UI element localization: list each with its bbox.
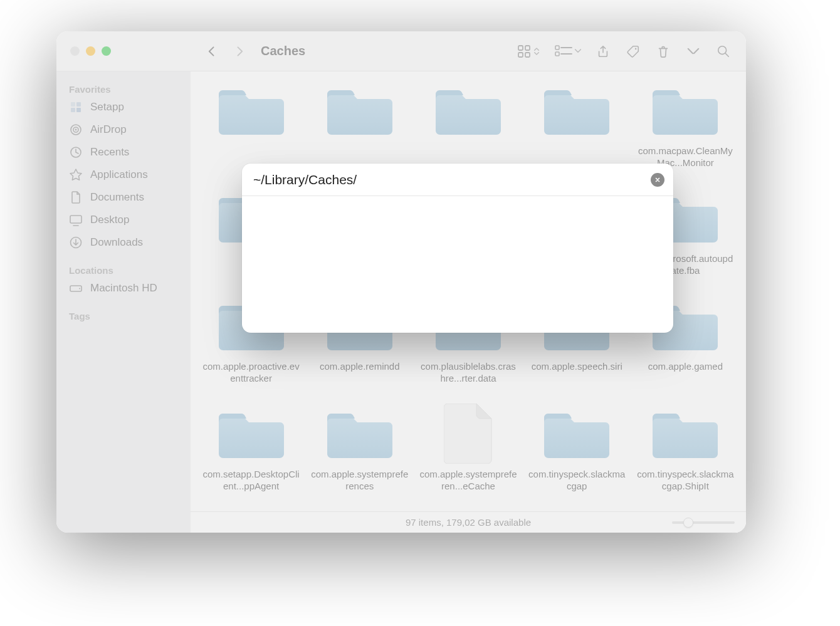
- file-icon: [431, 402, 506, 465]
- sidebar-item-applications[interactable]: Applications: [56, 164, 191, 186]
- zoom-thumb[interactable]: [683, 518, 693, 528]
- sidebar-item-label: Documents: [90, 191, 144, 204]
- sidebar-item-airdrop[interactable]: AirDrop: [56, 118, 191, 141]
- close-icon: [654, 177, 661, 183]
- grid-item-label: com.apple.proactive.eventtracker: [201, 361, 302, 385]
- clear-input-button[interactable]: [651, 173, 664, 187]
- trash-button[interactable]: [651, 40, 676, 63]
- harddrive-icon: [69, 281, 83, 295]
- sidebar-item-documents[interactable]: Documents: [56, 186, 191, 209]
- downloads-icon: [69, 236, 83, 249]
- sidebar-item-label: Macintosh HD: [90, 282, 157, 295]
- zoom-track: [672, 521, 735, 524]
- status-text: 97 items, 179,02 GB available: [406, 517, 531, 528]
- sidebar-item-macintosh-hd[interactable]: Macintosh HD: [56, 277, 191, 300]
- grid-item[interactable]: com.apple.systempreferen...eCache: [414, 402, 522, 508]
- sidebar-item-label: Downloads: [90, 236, 143, 249]
- airdrop-icon: [69, 123, 83, 137]
- sidebar: Favorites Setapp AirDrop Recents Applica…: [56, 71, 191, 533]
- folder-icon: [214, 79, 289, 142]
- view-mode-button[interactable]: [510, 40, 545, 63]
- grid-item-label: com.apple.systempreferences: [310, 469, 410, 493]
- sidebar-item-label: Recents: [90, 146, 129, 159]
- applications-icon: [69, 168, 83, 182]
- sidebar-item-setapp[interactable]: Setapp: [56, 96, 191, 118]
- finder-window: Caches Favorites: [56, 31, 746, 533]
- sidebar-section-tags: Tags: [56, 307, 191, 323]
- recents-icon: [69, 145, 83, 159]
- grid-item-label: com.apple.gamed: [635, 361, 735, 373]
- documents-icon: [69, 190, 83, 204]
- forward-button[interactable]: [228, 40, 251, 63]
- updown-icon: [533, 46, 540, 56]
- maximize-window-button[interactable]: [102, 46, 111, 56]
- share-button[interactable]: [591, 40, 616, 63]
- folder-icon: [648, 79, 723, 142]
- grid-item-label: com.tinyspeck.slackmacgap: [527, 469, 627, 493]
- close-window-button[interactable]: [70, 46, 80, 56]
- folder-icon: [539, 79, 614, 142]
- sidebar-item-label: Applications: [90, 169, 148, 181]
- grid-item-label: com.tinyspeck.slackmacgap.ShipIt: [635, 469, 735, 493]
- folder-icon: [322, 79, 397, 142]
- grid-item[interactable]: com.apple.systempreferences: [305, 402, 414, 508]
- folder-icon: [214, 402, 289, 465]
- tags-button[interactable]: [621, 40, 646, 63]
- grid-item-label: com.apple.systempreferen...eCache: [418, 469, 518, 493]
- sidebar-item-label: Setapp: [90, 101, 124, 113]
- titlebar: Caches: [56, 31, 746, 71]
- traffic-lights: [56, 31, 191, 71]
- chevron-down-icon: [574, 48, 582, 54]
- sidebar-item-downloads[interactable]: Downloads: [56, 231, 191, 254]
- grid-item[interactable]: com.tinyspeck.slackmacgap: [523, 402, 631, 508]
- toolbar: Caches: [191, 40, 746, 63]
- sidebar-item-label: Desktop: [90, 214, 129, 226]
- minimize-window-button[interactable]: [86, 46, 95, 56]
- sidebar-section-favorites: Favorites: [56, 80, 191, 96]
- grid-item-label: com.plausiblelabs.crashre...rter.data: [418, 361, 518, 385]
- sidebar-item-recents[interactable]: Recents: [56, 141, 191, 164]
- window-title: Caches: [261, 44, 305, 58]
- sidebar-item-label: AirDrop: [90, 123, 127, 136]
- folder-icon: [648, 402, 723, 465]
- folder-icon: [539, 402, 614, 465]
- go-to-folder-input-row: [242, 164, 673, 196]
- zoom-slider[interactable]: [672, 517, 735, 528]
- search-button[interactable]: [711, 40, 736, 63]
- desktop-icon: [69, 213, 83, 227]
- folder-icon: [322, 402, 397, 465]
- grid-item[interactable]: com.tinyspeck.slackmacgap.ShipIt: [631, 402, 740, 508]
- go-to-folder-dialog: [242, 164, 673, 333]
- grid-item-label: com.apple.speech.siri: [527, 361, 627, 373]
- grid-item[interactable]: com.setapp.DesktopClient...ppAgent: [197, 402, 305, 508]
- folder-icon: [431, 79, 506, 142]
- overflow-button[interactable]: [681, 40, 706, 63]
- status-bar: 97 items, 179,02 GB available: [191, 511, 746, 533]
- setapp-icon: [69, 100, 83, 114]
- go-to-folder-suggestions: [242, 196, 673, 333]
- sidebar-item-desktop[interactable]: Desktop: [56, 209, 191, 231]
- group-by-button[interactable]: [550, 40, 585, 63]
- grid-item-label: com.apple.remindd: [310, 361, 410, 373]
- back-button[interactable]: [201, 40, 223, 63]
- grid-item-label: com.setapp.DesktopClient...ppAgent: [201, 469, 302, 493]
- go-to-folder-input[interactable]: [253, 172, 651, 187]
- sidebar-section-locations: Locations: [56, 261, 191, 277]
